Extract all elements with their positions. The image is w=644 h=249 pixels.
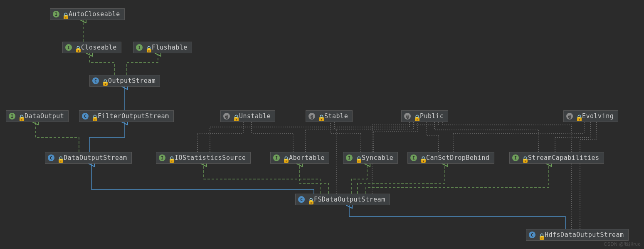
node-label: HdfsDataOutputStream: [545, 231, 624, 239]
lock-icon: 🔒: [538, 233, 542, 237]
node-label: StreamCapabilities: [528, 154, 600, 162]
node-label: FilterOutputStream: [98, 112, 169, 120]
node-autocloseable[interactable]: I🔒AutoCloseable: [50, 8, 125, 20]
node-label: Evolving: [582, 112, 614, 120]
lock-icon: 🔒: [101, 79, 106, 83]
class-icon: C: [298, 196, 305, 203]
interface-icon: I: [346, 154, 353, 161]
node-abortable[interactable]: I🔒Abortable: [270, 152, 329, 164]
annotation-icon: @: [566, 113, 573, 120]
annotation-icon: @: [308, 113, 315, 120]
lock-icon: 🔒: [145, 45, 149, 50]
node-label: AutoCloseable: [69, 10, 120, 18]
node-label: Flushable: [152, 44, 188, 51]
lock-icon: 🔒: [307, 197, 311, 202]
lock-icon: 🔒: [57, 156, 61, 160]
node-iostatisticssource[interactable]: I🔒IOStatisticsSource: [156, 152, 251, 164]
node-label: DataOutputStream: [64, 154, 127, 162]
lock-icon: 🔒: [575, 114, 580, 118]
interface-icon: I: [53, 11, 59, 17]
node-label: Abortable: [289, 154, 325, 162]
lock-icon: 🔒: [18, 114, 22, 118]
interface-icon: I: [512, 154, 519, 161]
node-streamcapabilities[interactable]: I🔒StreamCapabilities: [509, 152, 604, 164]
node-public[interactable]: @🔒Public: [401, 110, 448, 122]
interface-icon: I: [410, 154, 417, 161]
node-label: FSDataOutputStream: [314, 196, 385, 203]
node-fsdataoutputstream[interactable]: C🔒FSDataOutputStream: [295, 194, 390, 205]
lock-icon: 🔒: [413, 114, 417, 118]
lock-icon: 🔒: [62, 12, 66, 16]
node-label: IOStatisticsSource: [175, 154, 246, 162]
lock-icon: 🔒: [355, 156, 359, 160]
node-label: Public: [420, 112, 444, 120]
node-label: Syncable: [362, 154, 393, 162]
lock-icon: 🔒: [282, 156, 286, 160]
interface-icon: I: [273, 154, 280, 161]
node-label: Closeable: [81, 44, 117, 51]
node-dataoutputstream[interactable]: C🔒DataOutputStream: [45, 152, 132, 164]
node-outputstream[interactable]: C🔒OutputStream: [89, 75, 160, 87]
lock-icon: 🔒: [74, 45, 79, 50]
node-label: CanSetDropBehind: [426, 154, 490, 162]
class-icon: C: [529, 232, 535, 238]
node-stable[interactable]: @🔒Stable: [306, 110, 353, 122]
node-hdfsdataoutputstream[interactable]: C🔒HdfsDataOutputStream: [526, 229, 629, 241]
node-label: DataOutput: [25, 112, 64, 120]
interface-icon: I: [136, 44, 143, 51]
lock-icon: 🔒: [521, 156, 526, 160]
node-closeable[interactable]: I🔒Closeable: [62, 42, 121, 53]
lock-icon: 🔒: [318, 114, 322, 118]
node-filteroutputstream[interactable]: C🔒FilterOutputStream: [79, 110, 174, 122]
class-icon: C: [92, 77, 99, 84]
node-label: Stable: [324, 112, 348, 120]
node-dataoutput[interactable]: I🔒DataOutput: [6, 110, 69, 122]
node-flushable[interactable]: I🔒Flushable: [133, 42, 192, 53]
diagram-edges: [0, 0, 644, 249]
interface-icon: I: [159, 154, 165, 161]
annotation-icon: @: [223, 113, 230, 120]
node-evolving[interactable]: @🔒Evolving: [563, 110, 618, 122]
lock-icon: 🔒: [168, 156, 172, 160]
node-unstable[interactable]: @🔒Unstable: [220, 110, 275, 122]
interface-icon: I: [9, 113, 15, 120]
class-icon: C: [82, 113, 89, 120]
node-syncable[interactable]: I🔒Syncable: [343, 152, 398, 164]
watermark: CSDN @我很ruo: [604, 241, 641, 247]
lock-icon: 🔒: [232, 114, 237, 118]
lock-icon: 🔒: [91, 114, 95, 118]
node-label: Unstable: [239, 112, 271, 120]
annotation-icon: @: [404, 113, 411, 120]
node-cansetdropbehind[interactable]: I🔒CanSetDropBehind: [407, 152, 494, 164]
interface-icon: I: [65, 44, 72, 51]
node-label: OutputStream: [108, 77, 155, 85]
class-icon: C: [48, 154, 54, 161]
lock-icon: 🔒: [419, 156, 424, 160]
